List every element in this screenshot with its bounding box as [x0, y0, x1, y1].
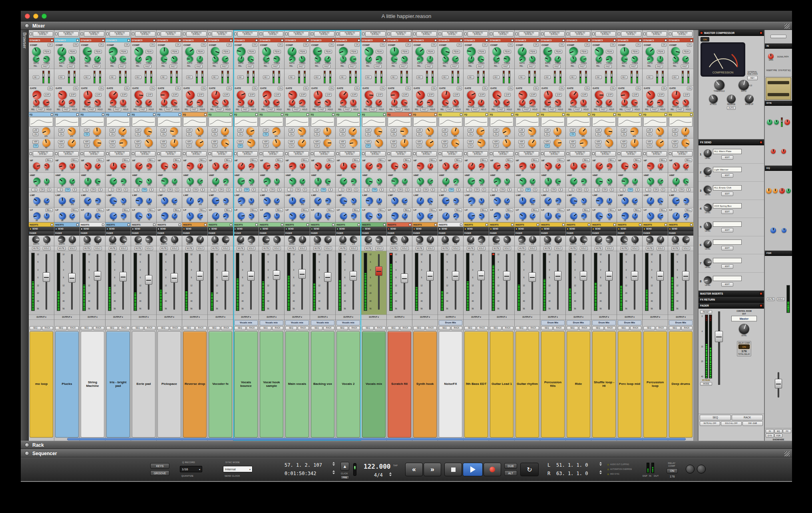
lf-freq-knob[interactable] — [95, 212, 102, 219]
fx-send-name[interactable]: Light Warmer — [713, 167, 742, 172]
comp-on-button[interactable]: ON — [252, 43, 258, 47]
comp-knob[interactable] — [620, 47, 629, 56]
solo-button[interactable]: SOLO — [247, 247, 255, 250]
gate-fast-button[interactable]: FAST — [497, 108, 505, 111]
gate-knob[interactable] — [235, 89, 247, 100]
comp-fast-button[interactable]: FAST — [476, 65, 484, 68]
lf-bell-button[interactable]: BELL — [659, 208, 667, 212]
hmf-gain-knob[interactable] — [595, 177, 603, 185]
mute-button[interactable]: MUTE — [671, 247, 679, 250]
channel-fader-cap[interactable] — [605, 271, 613, 281]
hpf-on-button[interactable]: ON — [673, 144, 678, 148]
filters-checkbox[interactable] — [336, 33, 339, 35]
width-knob[interactable] — [109, 235, 117, 244]
eq-on-button[interactable]: ON — [244, 188, 250, 192]
eq-on-button[interactable]: ON — [525, 188, 531, 192]
hf-gain-knob[interactable] — [364, 161, 374, 171]
width-knob[interactable] — [594, 235, 604, 245]
mini-hmf-knob[interactable] — [786, 188, 791, 193]
exp-button[interactable]: EXP — [146, 93, 153, 97]
eq-e-button[interactable]: E — [559, 188, 562, 192]
output-selector[interactable]: OUTPUT ▾ — [292, 316, 302, 318]
eq-on-button[interactable]: ON — [65, 188, 71, 192]
hf-gain-knob[interactable] — [33, 162, 41, 170]
channel-seq-button[interactable]: SEQ — [106, 326, 118, 330]
range-knob[interactable] — [621, 99, 628, 105]
exp-button[interactable]: EXP — [453, 93, 460, 97]
lmf-freq-knob[interactable] — [452, 197, 460, 204]
hmf-freq-knob[interactable] — [95, 178, 101, 184]
attack-knob[interactable] — [707, 93, 719, 105]
channel-fader-track[interactable] — [502, 253, 512, 311]
range-knob[interactable] — [672, 99, 680, 107]
exp-button[interactable]: EXP — [632, 93, 639, 97]
comp-knob[interactable] — [107, 46, 118, 57]
solo-button[interactable]: SOLO — [350, 247, 358, 250]
lf-gain-knob[interactable] — [517, 211, 527, 221]
hf-freq-knob[interactable] — [222, 162, 229, 170]
hmf-freq-knob[interactable] — [605, 177, 613, 185]
pan-knob[interactable] — [553, 234, 563, 244]
mute-button[interactable]: MUTE — [595, 247, 603, 250]
hpf-button[interactable]: HPF — [544, 140, 550, 144]
width-knob[interactable] — [312, 234, 322, 244]
lpf-freq-knob[interactable] — [501, 126, 512, 137]
gate-thres-knob[interactable] — [401, 99, 408, 106]
pan-knob[interactable] — [502, 234, 512, 244]
key-button[interactable]: KEY — [212, 75, 218, 79]
mini-solo-button[interactable]: SOLO — [777, 297, 785, 301]
filters-to-dyn-button-2[interactable]: FILTERS TODYN S/C — [109, 151, 130, 156]
key-button[interactable]: KEY — [416, 75, 423, 79]
width-knob[interactable] — [236, 234, 246, 244]
channel-fader-cap[interactable] — [196, 271, 203, 281]
mute-button[interactable]: MUTE — [416, 247, 424, 250]
lf-gain-knob[interactable] — [569, 211, 579, 221]
hmf-freq-knob[interactable] — [197, 178, 204, 185]
hpf-button[interactable]: HPF — [442, 140, 448, 144]
eq-e-button[interactable]: E — [635, 188, 639, 192]
filters-checkbox[interactable] — [362, 33, 364, 35]
exp-button[interactable]: EXP — [607, 93, 613, 97]
ratio-knob[interactable] — [417, 56, 423, 62]
hpf-button[interactable]: HPF — [467, 140, 474, 144]
eq-e-button[interactable]: E — [175, 188, 179, 192]
mini-lmf-knob[interactable] — [770, 228, 776, 233]
lpf-on-button[interactable]: ON — [647, 133, 652, 136]
width-knob[interactable] — [569, 236, 577, 244]
mini-fader-track[interactable] — [773, 371, 784, 399]
output-assignment[interactable]: Drum Mix — [618, 320, 641, 325]
filters-checkbox-2[interactable] — [413, 153, 416, 155]
q-shape-button[interactable]: ∩Q — [441, 188, 446, 192]
fx-send-name[interactable] — [713, 276, 742, 281]
gate-thres-knob[interactable] — [273, 99, 281, 106]
peak-button[interactable]: PEAK — [529, 50, 537, 53]
hf-freq-knob[interactable] — [197, 162, 204, 170]
channel-rack-button[interactable]: RACK — [119, 326, 130, 330]
metronome-icon[interactable]: ▲ — [340, 462, 349, 471]
channel-fader-track[interactable] — [67, 253, 77, 311]
filters-checkbox[interactable] — [106, 33, 109, 35]
lmf-freq-knob[interactable] — [171, 197, 178, 204]
channel-seq-button[interactable]: SEQ — [362, 326, 374, 330]
pan-knob[interactable] — [375, 236, 383, 244]
gate-fast-button[interactable]: FAST — [625, 108, 633, 111]
hf-bell-button[interactable]: BELL — [148, 158, 155, 162]
channel-name-tag[interactable]: Shuffle loop - HI — [592, 331, 616, 438]
gate-knob[interactable] — [83, 90, 93, 100]
hpf-on-button[interactable]: ON — [187, 144, 192, 148]
peak-button[interactable]: PEAK — [145, 50, 153, 53]
lf-freq-knob[interactable] — [171, 212, 178, 219]
lpf-on-button[interactable]: ON — [595, 133, 601, 136]
filters-to-dyn-button-2[interactable]: FILTERS TODYN S/C — [519, 151, 539, 156]
eq-on-button[interactable]: ON — [449, 188, 454, 192]
eq-e-button[interactable]: E — [277, 188, 281, 192]
hf-gain-knob[interactable] — [160, 162, 169, 171]
lf-freq-knob[interactable] — [248, 212, 255, 220]
width-knob[interactable] — [466, 234, 476, 244]
key-button[interactable]: KEY — [340, 75, 346, 79]
pan-knob[interactable] — [682, 235, 691, 244]
lmf-gain-knob[interactable] — [135, 197, 143, 205]
width-knob[interactable] — [645, 235, 654, 244]
hmf-freq-knob[interactable] — [632, 178, 638, 184]
exp-button[interactable]: EXP — [683, 93, 690, 97]
